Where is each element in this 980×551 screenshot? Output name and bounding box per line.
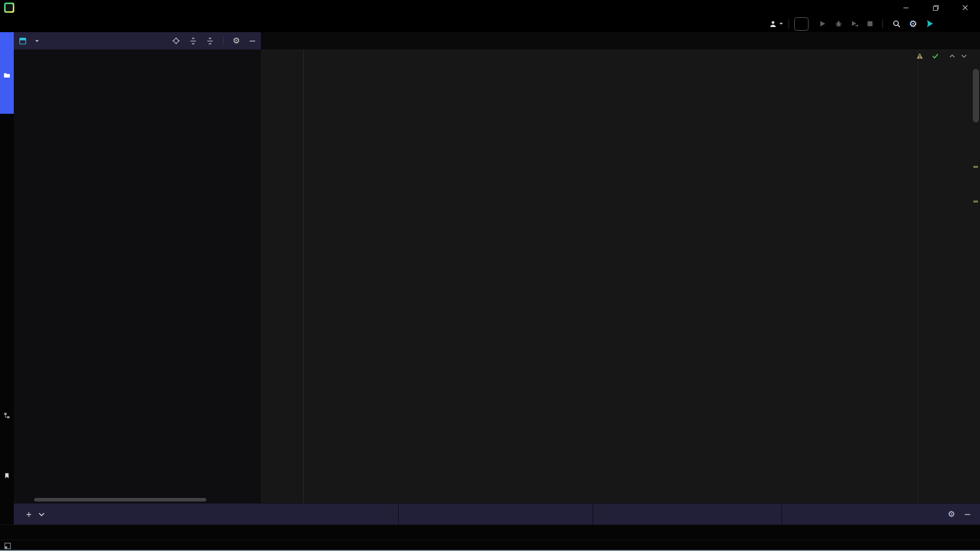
settings-gear-icon[interactable]: ⚙ (909, 19, 917, 29)
check-icon (932, 53, 939, 59)
window-controls (891, 0, 980, 15)
close-button[interactable] (950, 0, 980, 15)
navigation-bar: ⚙ (0, 15, 980, 33)
structure-icon (4, 412, 10, 419)
warning-icon (916, 53, 923, 59)
locate-file-icon[interactable] (172, 37, 180, 45)
search-everywhere-icon[interactable] (892, 19, 901, 28)
hide-terminal-icon[interactable] (964, 511, 971, 518)
user-account-icon[interactable] (769, 20, 777, 28)
code-editor[interactable] (261, 49, 980, 503)
add-configuration-button[interactable] (794, 17, 808, 31)
debug-icon[interactable] (835, 20, 843, 28)
left-tool-strip (0, 32, 14, 540)
run-icon[interactable] (819, 20, 826, 28)
run-with-coverage-icon[interactable] (851, 20, 859, 28)
pycharm-window: ⚙ ⚙ (0, 0, 980, 551)
panel-settings-gear-icon[interactable]: ⚙ (233, 37, 240, 45)
folder-icon (4, 72, 10, 79)
terminal-tool-window: ⚙ (14, 503, 980, 525)
error-stripe-mark[interactable] (973, 201, 978, 203)
tool-window-tab-project[interactable] (0, 32, 14, 114)
main-toolbar: ⚙ (769, 17, 938, 31)
new-terminal-session-icon[interactable] (26, 511, 32, 518)
status-bar (0, 540, 980, 551)
inspections-widget[interactable] (916, 53, 967, 59)
expand-all-icon[interactable] (189, 37, 197, 45)
error-stripe-mark[interactable] (973, 166, 978, 168)
bookmark-icon (4, 472, 10, 479)
chevron-down-icon[interactable] (35, 39, 39, 43)
stop-icon[interactable] (867, 20, 873, 27)
chevron-down-icon (779, 21, 783, 26)
tool-window-tab-structure[interactable] (0, 412, 14, 423)
tool-window-bar (0, 524, 980, 540)
collapse-all-icon[interactable] (206, 37, 214, 45)
project-tool-window: ⚙ (14, 32, 261, 503)
terminal-dropdown-chevron-icon[interactable] (38, 512, 45, 517)
horizontal-scrollbar[interactable] (34, 498, 206, 502)
restore-button[interactable] (921, 0, 950, 15)
tool-window-tab-bookmarks[interactable] (0, 468, 14, 479)
prev-problem-icon[interactable] (949, 54, 955, 58)
terminal-settings-gear-icon[interactable]: ⚙ (948, 510, 955, 518)
project-panel-header: ⚙ (14, 32, 261, 49)
next-problem-icon[interactable] (961, 54, 967, 58)
project-tree (14, 55, 261, 497)
editor-tabs (261, 32, 980, 50)
tool-window-icon (19, 37, 27, 45)
hide-panel-icon[interactable] (249, 38, 256, 44)
vertical-scrollbar[interactable] (973, 69, 979, 122)
tool-window-switcher-icon[interactable] (0, 542, 11, 549)
code-with-me-icon[interactable] (925, 19, 934, 28)
minimize-button[interactable] (891, 0, 921, 15)
editor-area (261, 32, 980, 503)
pycharm-logo-icon (4, 3, 14, 13)
title-bar (0, 0, 980, 15)
